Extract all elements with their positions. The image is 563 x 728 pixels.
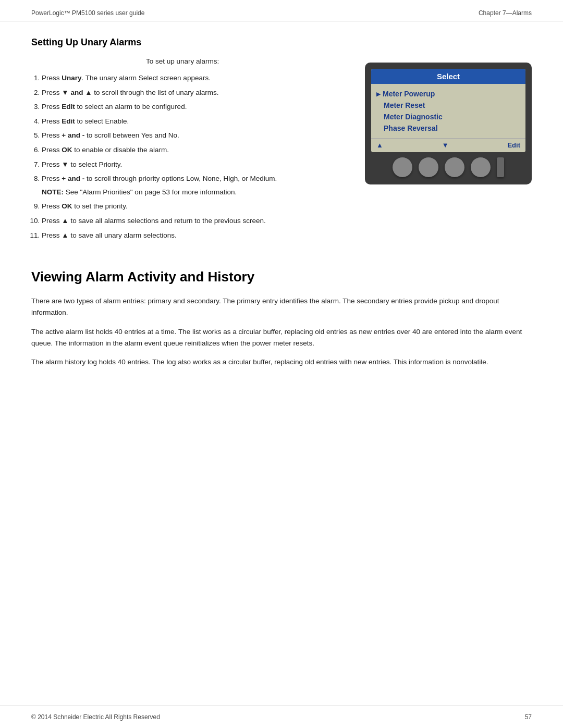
screen-header: Select [371,69,525,84]
header-left: PowerLogic™ PM5100 series user guide [31,9,144,17]
screen-footer: ▲ ▼ Edit [371,138,525,152]
footer-page-number: 57 [525,713,532,721]
section1-intro: To set up unary alarms: [146,57,349,65]
footer-left: © 2014 Schneider Electric All Rights Res… [31,713,160,721]
note-block: NOTE: See "Alarm Priorities" on page 53 … [42,187,349,198]
step-2: Press ▼ and ▲ to scroll through the list… [42,87,349,98]
step-11: Press ▲ to save all unary alarm selectio… [42,230,349,241]
step-6: Press OK to enable or disable the alarm. [42,144,349,156]
device-btn-2 [419,157,438,177]
device-btn-side [497,157,504,177]
step-1: Press Unary. The unary alarm Select scre… [42,72,349,84]
screen-list: Meter Powerup Meter Reset Meter Diagnost… [371,84,525,138]
header-right: Chapter 7—Alarms [479,9,532,17]
main-content: Setting Up Unary Alarms To set up unary … [0,21,563,396]
device-outer: Select Meter Powerup Meter Reset Meter D… [365,63,532,184]
step-7: Press ▼ to select Priority. [42,159,349,170]
step-1-bold: Unary [62,74,81,82]
page-header: PowerLogic™ PM5100 series user guide Cha… [0,0,563,21]
unary-section: To set up unary alarms: Press Unary. The… [31,57,532,244]
step-3-bold: Edit [62,103,75,110]
step-9-bold: OK [62,202,72,210]
note-label: NOTE: [42,188,64,196]
note-text: See "Alarm Priorities" on page 53 for mo… [64,188,237,196]
step-4: Press Edit to select Enable. [42,116,349,127]
steps-list: Press Unary. The unary alarm Select scre… [42,72,349,241]
section1-title: Setting Up Unary Alarms [31,37,532,48]
step-6-bold: OK [62,146,72,154]
screen-footer-down: ▼ [442,141,449,149]
step-11-symbols: ▲ [62,231,68,239]
step-2-symbols: ▼ and ▲ [62,89,92,96]
device-screen: Select Meter Powerup Meter Reset Meter D… [371,69,525,152]
screen-item-2: Meter Diagnostic [376,111,520,122]
step-7-symbols: ▼ [62,161,68,168]
device-panel: Select Meter Powerup Meter Reset Meter D… [365,63,532,244]
unary-steps: To set up unary alarms: Press Unary. The… [31,57,349,244]
step-10-symbols: ▲ [62,217,68,225]
step-4-bold: Edit [62,117,75,125]
screen-footer-up: ▲ [376,141,383,149]
device-btn-4 [471,157,491,177]
screen-footer-edit: Edit [507,141,520,149]
step-9: Press OK to set the priority. [42,201,349,212]
screen-item-3: Phase Reversal [376,122,520,134]
step-8-symbols: + and - [62,175,84,182]
step-8: Press + and - to scroll through priority… [42,173,349,198]
step-3: Press Edit to select an alarm to be conf… [42,101,349,113]
device-buttons-row [371,157,525,177]
page-footer: © 2014 Schneider Electric All Rights Res… [0,706,563,728]
device-btn-1 [393,157,412,177]
step-5: Press + and - to scroll between Yes and … [42,130,349,141]
section2-title: Viewing Alarm Activity and History [31,269,532,285]
section2-para-1: There are two types of alarm entries: pr… [31,295,532,319]
step-10: Press ▲ to save all alarms selections an… [42,215,349,227]
section2-para-3: The alarm history log holds 40 entries. … [31,356,532,368]
section2-para-2: The active alarm list holds 40 entries a… [31,326,532,350]
device-btn-3 [445,157,464,177]
screen-item-1: Meter Reset [376,100,520,111]
step-5-symbols: + and - [62,131,84,139]
screen-item-0: Meter Powerup [376,88,520,100]
